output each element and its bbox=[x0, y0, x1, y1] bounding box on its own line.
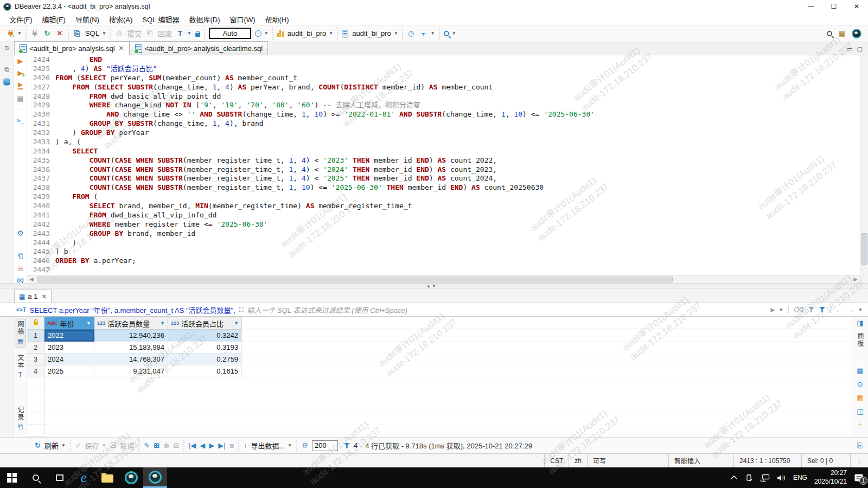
cell[interactable]: 12,940,236 bbox=[94, 330, 168, 342]
code-line[interactable]: 2434 SELECT bbox=[27, 147, 860, 156]
code-line[interactable]: 2428 FROM dwd_basic_all_vip_point_dd bbox=[27, 92, 860, 101]
action-center-button[interactable]: 1 bbox=[854, 473, 864, 483]
code-line[interactable]: 2443 GROUP BY brand, member_id bbox=[27, 229, 860, 239]
code-line[interactable]: 2435 COUNT(CASE WHEN SUBSTR(member_regis… bbox=[27, 156, 860, 165]
commit-type-caret[interactable]: ▼ bbox=[431, 31, 435, 36]
nav-forward-icon[interactable]: → bbox=[847, 306, 854, 314]
code-line[interactable]: 2447 bbox=[27, 266, 860, 275]
first-page-icon[interactable]: |◀ bbox=[189, 441, 196, 450]
cell[interactable]: 9,231,047 bbox=[94, 365, 168, 377]
maximize-button[interactable]: ☐ bbox=[822, 0, 845, 13]
fetch-size-input[interactable] bbox=[312, 440, 338, 451]
transaction-timeout-icon[interactable] bbox=[255, 30, 261, 37]
cell[interactable]: 2025 bbox=[44, 365, 94, 377]
copy-result-icon[interactable]: ⎘ bbox=[857, 441, 868, 450]
code-line[interactable]: 2426FROM (SELECT perYear, SUM(member_cou… bbox=[27, 74, 860, 83]
tray-expand-chevron-icon[interactable] bbox=[730, 475, 738, 480]
cell[interactable]: 0.1615 bbox=[168, 365, 242, 377]
row-number[interactable]: 3 bbox=[27, 354, 44, 365]
code-line[interactable]: 2439 FROM ( bbox=[27, 192, 860, 202]
code-line[interactable]: 2438 COUNT(CASE WHEN SUBSTR(member_regis… bbox=[27, 183, 860, 192]
apply-filter-icon[interactable]: ▶ bbox=[770, 306, 775, 313]
tab-close-icon[interactable]: ✕ bbox=[119, 44, 124, 52]
filter-input[interactable]: 输入一个 SQL 表达式来过滤结果 (使用 Ctrl+Space) bbox=[247, 305, 765, 315]
minimize-button[interactable]: — bbox=[800, 0, 822, 13]
code-line[interactable]: 2425 , 4) AS "活跃会员占比" bbox=[27, 65, 860, 74]
column-header-1[interactable]: ABC年份▼ bbox=[44, 317, 94, 330]
code-line[interactable]: 2445) b bbox=[27, 247, 860, 256]
scroll-right-icon[interactable]: ▶ bbox=[851, 277, 860, 282]
output-console-icon[interactable]: >_ bbox=[17, 117, 24, 124]
hscroll-thumb[interactable] bbox=[37, 277, 673, 282]
save-label[interactable]: 保存 bbox=[85, 440, 99, 451]
code-line[interactable]: 2424 END bbox=[27, 55, 860, 65]
usb-icon[interactable] bbox=[745, 473, 753, 482]
menu-database[interactable]: 数据库(D) bbox=[184, 13, 225, 25]
sash-collapse-icons[interactable]: ▲▼ bbox=[426, 284, 437, 288]
cancel-label[interactable]: 取消 bbox=[120, 440, 134, 451]
execute-script-icon[interactable]: ▶ bbox=[18, 81, 23, 89]
scroll-left-icon[interactable]: ◀ bbox=[27, 277, 36, 282]
refresh-icon[interactable]: ↻ bbox=[35, 441, 41, 450]
editor-results-splitter[interactable]: ▲▼ bbox=[0, 283, 868, 288]
code-line[interactable]: 2437 COUNT(CASE WHEN SUBSTR(member_regis… bbox=[27, 174, 860, 183]
menu-edit[interactable]: 编辑(E) bbox=[37, 13, 71, 25]
horizontal-scrollbar[interactable]: ◀ ▶ bbox=[27, 275, 860, 283]
user-avatar[interactable] bbox=[852, 29, 861, 38]
grid-settings-gear-icon[interactable]: ⚙ bbox=[302, 441, 308, 450]
cell[interactable]: 2023 bbox=[44, 342, 94, 354]
code-line[interactable]: 2433) a, ( bbox=[27, 138, 860, 147]
tab-analysis-cleartime-sql[interactable]: <audit_bi_pro> analysis_cleartime.sql bbox=[130, 41, 269, 55]
table-row[interactable]: 1202212,940,2360.3242 bbox=[27, 330, 852, 342]
view-tab-text[interactable]: 文本 T bbox=[15, 352, 25, 381]
dbeaver-app-button[interactable] bbox=[119, 467, 143, 488]
commit-type-icon[interactable]: ⫟ bbox=[419, 29, 428, 38]
volume-icon[interactable] bbox=[777, 474, 786, 482]
view-tab-grid[interactable]: 网格 ▦ bbox=[15, 318, 26, 348]
minimize-editor-icon[interactable]: ▭ bbox=[847, 46, 852, 53]
database-caret[interactable]: ▼ bbox=[329, 31, 333, 36]
nav-back-icon[interactable]: ← bbox=[835, 306, 843, 314]
sort-caret-icon[interactable]: ▼ bbox=[234, 320, 239, 326]
table-row[interactable]: 420259,231,0470.1615 bbox=[27, 365, 852, 377]
refresh-caret[interactable]: ▼ bbox=[61, 443, 66, 448]
execute-new-tab-icon[interactable]: ▶ bbox=[18, 69, 23, 76]
new-connection-icon[interactable]: + bbox=[6, 29, 15, 38]
sql-button-label[interactable]: SQL bbox=[85, 29, 99, 37]
references-panel-icon[interactable]: ▦ bbox=[857, 394, 863, 402]
rail-handle[interactable]: ⋯⋯ bbox=[2, 56, 12, 61]
menu-navigate[interactable]: 导航(N) bbox=[71, 13, 104, 25]
row-number[interactable]: 1 bbox=[27, 330, 44, 342]
cell[interactable]: 14,768,307 bbox=[94, 354, 168, 365]
cell[interactable]: 2024 bbox=[44, 354, 94, 365]
code-line[interactable]: 2427 FROM (SELECT SUBSTR(change_time, 1,… bbox=[27, 83, 860, 92]
database-navigator-icon[interactable] bbox=[2, 78, 11, 87]
view-tab-record[interactable]: 记录 ⎗ bbox=[15, 404, 25, 433]
code-line[interactable]: 2436 COUNT(CASE WHEN SUBSTR(member_regis… bbox=[27, 165, 860, 175]
dbeaver-app-button-active[interactable] bbox=[143, 467, 167, 488]
code-line[interactable]: 2442 WHERE member_register_time <= '2025… bbox=[27, 220, 860, 229]
column-header-3[interactable]: 123活跃会员占比▼ bbox=[168, 317, 242, 330]
row-filter-icon[interactable] bbox=[344, 443, 350, 448]
code-line[interactable]: 2429 WHERE change_kind NOT IN ('9', '19'… bbox=[27, 101, 860, 110]
maximize-editor-icon[interactable]: ▢ bbox=[857, 46, 863, 53]
new-connection-caret[interactable]: ▼ bbox=[17, 31, 22, 36]
filter-history-caret[interactable]: ▼ bbox=[779, 307, 783, 312]
layout-panel-icon[interactable]: ◫ bbox=[857, 407, 863, 415]
add-row-icon[interactable]: ⊞ bbox=[154, 441, 159, 450]
result-tab-close-icon[interactable]: ✕ bbox=[41, 293, 47, 300]
quick-search-icon[interactable] bbox=[827, 31, 832, 36]
task-view-button[interactable] bbox=[48, 467, 72, 488]
lock-icon[interactable] bbox=[195, 33, 200, 37]
disconnect-icon[interactable]: ✕ bbox=[55, 29, 64, 38]
search-caret[interactable]: ▼ bbox=[452, 31, 456, 36]
refresh-label[interactable]: 刷新 bbox=[44, 440, 59, 451]
file-explorer-button[interactable] bbox=[95, 467, 119, 488]
last-page-icon[interactable]: ▶| bbox=[218, 441, 225, 450]
table-row[interactable]: 3202414,768,3070.2759 bbox=[27, 354, 852, 365]
input-language-indicator[interactable]: ENG bbox=[793, 474, 807, 481]
row-number[interactable]: 2 bbox=[27, 342, 44, 354]
transaction-caret[interactable]: ▼ bbox=[187, 31, 192, 36]
calc-panel-icon[interactable]: ▩ bbox=[857, 367, 863, 375]
database-selector[interactable]: audit_bi_pro bbox=[288, 29, 327, 37]
